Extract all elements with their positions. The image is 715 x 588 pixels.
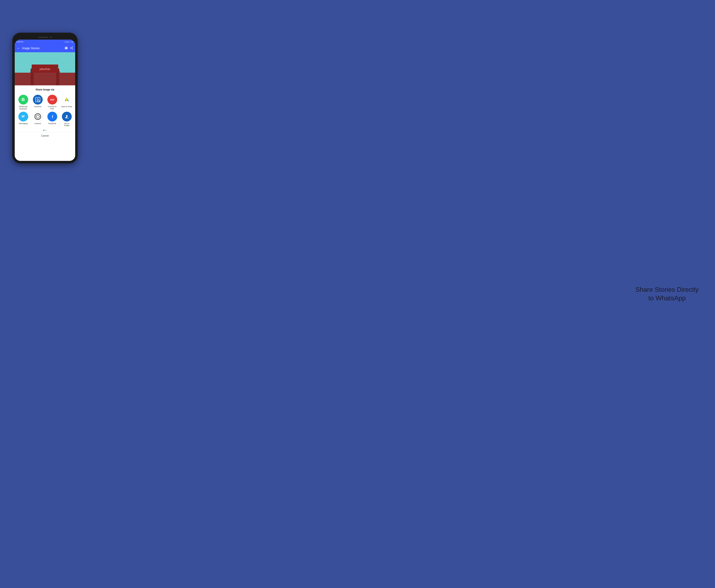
convert-pdf-label: Convert toPDF (48, 106, 57, 110)
phone-speaker (38, 37, 48, 38)
power-button (77, 61, 78, 71)
set-as-profile-icon: f (62, 112, 72, 122)
share-item-facebook[interactable]: f Facebook (46, 112, 59, 127)
screener-icon (33, 95, 43, 105)
convert-pdf-icon: PDF (47, 95, 57, 105)
status-speed: 0.25K/s (65, 41, 69, 43)
dot-active (43, 130, 44, 131)
google-drive-icon (62, 95, 72, 105)
facebook-icon: f (47, 112, 57, 122)
svg-text:jalavihar: jalavihar (39, 67, 50, 71)
messaging-label: Messaging (19, 123, 28, 125)
dot-inactive (45, 130, 46, 131)
set-as-profile-label: Set AsProfile (64, 123, 69, 127)
svg-text:PDF: PDF (50, 99, 54, 101)
share-icon[interactable] (70, 46, 73, 50)
share-sheet: Share Image via B WhatsAppBusiness (15, 85, 75, 161)
phone-camera (50, 36, 52, 38)
screener-label: Screener (34, 106, 41, 108)
share-item-screener[interactable]: Screener (31, 95, 44, 110)
status-icons: 0.25K/s 78% (65, 41, 74, 43)
camera-icon (33, 112, 43, 122)
facebook-label: Facebook (48, 123, 56, 125)
share-apps-grid: B WhatsAppBusiness (15, 93, 75, 128)
app-bar: ← Image Stories (15, 44, 75, 52)
share-item-whatsapp-business[interactable]: B WhatsAppBusiness (17, 95, 29, 110)
status-time: 3:56 PM (16, 41, 23, 43)
svg-point-8 (37, 99, 39, 101)
phone-mockup: 3:56 PM 0.25K/s 78% ← Image Stories (12, 33, 78, 163)
share-item-convert-pdf[interactable]: PDF Convert toPDF (46, 95, 59, 110)
messaging-icon (18, 112, 28, 122)
share-page-dots (15, 130, 75, 131)
app-bar-actions (65, 46, 73, 50)
phone-screen: 3:56 PM 0.25K/s 78% ← Image Stories (15, 40, 75, 161)
svg-rect-22 (22, 115, 25, 116)
status-bar: 3:56 PM 0.25K/s 78% (15, 40, 75, 44)
app-bar-title: Image Stories (22, 46, 63, 50)
save-icon[interactable] (65, 46, 68, 50)
status-battery: 78% (71, 41, 74, 43)
svg-text:f: f (68, 117, 68, 119)
cancel-button[interactable]: Cancel (15, 132, 75, 139)
share-item-save-to-drive[interactable]: Save to Drive (60, 95, 73, 110)
whatsapp-business-label: WhatsAppBusiness (19, 106, 27, 110)
camera-label: Camera (34, 123, 41, 125)
phone-frame: 3:56 PM 0.25K/s 78% ← Image Stories (12, 33, 78, 163)
whatsapp-business-icon: B (18, 95, 28, 105)
share-item-set-as-profile[interactable]: f Set AsProfile (60, 112, 73, 127)
share-item-camera[interactable]: Camera (31, 112, 44, 127)
save-to-drive-label: Save to Drive (61, 106, 72, 108)
svg-point-27 (66, 115, 68, 117)
phone-notch (15, 35, 75, 39)
back-button[interactable]: ← (17, 46, 20, 50)
svg-rect-23 (22, 117, 24, 117)
svg-text:f: f (52, 115, 53, 119)
share-item-messaging[interactable]: Messaging (17, 112, 29, 127)
share-sheet-title: Share Image via (15, 85, 75, 93)
